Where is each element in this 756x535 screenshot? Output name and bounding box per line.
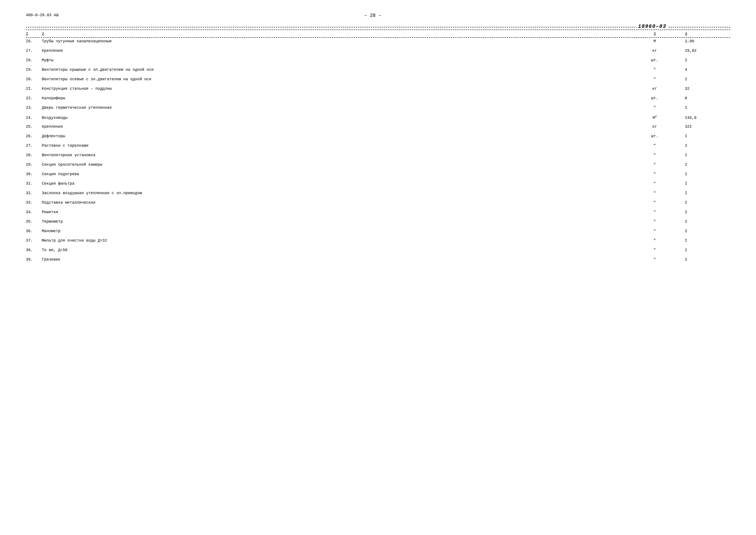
row-number: 30.: [26, 172, 41, 176]
row-quantity: I: [676, 248, 730, 252]
row-description: Термометр: [41, 219, 633, 224]
row-number: I6.: [26, 39, 41, 43]
row-number: 35.: [26, 219, 41, 224]
row-number: 26.: [26, 134, 41, 138]
table-row: 37. Фильтр для очистки воды Д=32 " I: [26, 237, 730, 246]
row-number: 28.: [26, 153, 41, 157]
row-quantity: I: [676, 172, 730, 176]
row-number: 37.: [26, 239, 41, 243]
row-description: Манометр: [41, 229, 633, 233]
row-description: Дефлекторы: [41, 134, 633, 138]
table-body: I6. Трубы чугунные канализационные М 2,0…: [26, 38, 730, 266]
table-row: 29. Секция оросительной камеры " I: [26, 161, 730, 171]
table-row: 39. Грязевик " 2: [26, 256, 730, 266]
row-quantity: 2: [676, 58, 730, 62]
row-number: 32.: [26, 191, 41, 195]
row-number: I7.: [26, 48, 41, 53]
row-unit: ": [633, 239, 676, 243]
row-description: Заслонка воздушная утепленная с эл.приво…: [41, 191, 633, 195]
table-row: 27. Растяжки с тарелками " 2: [26, 142, 730, 152]
row-quantity: 29,82: [676, 48, 730, 53]
table-row: 36. Манометр " 2: [26, 228, 730, 237]
row-unit: ": [633, 105, 676, 110]
table-row: 38. То же, Д=50 " I: [26, 246, 730, 256]
row-quantity: I: [676, 105, 730, 110]
row-unit: ": [633, 68, 676, 72]
row-quantity: 4: [676, 68, 730, 72]
row-quantity: 2: [676, 229, 730, 233]
row-unit: ": [633, 210, 676, 214]
row-description: Воздуховоды: [41, 116, 633, 120]
row-number: 27.: [26, 143, 41, 148]
row-quantity: 2: [676, 143, 730, 148]
table-row: I9. Вентиляторы крышные с эл.двигателем …: [26, 66, 730, 76]
row-unit: шт.: [633, 134, 676, 138]
row-quantity: I: [676, 239, 730, 243]
row-number: 3I.: [26, 182, 41, 186]
row-number: 29.: [26, 162, 41, 167]
col-header-3: 3: [633, 32, 676, 36]
table-row: 35. Термометр " 2: [26, 218, 730, 228]
row-description: Трубы чугунные канализационные: [41, 39, 633, 43]
row-quantity: 32I: [676, 125, 730, 129]
row-unit: М2: [633, 115, 676, 120]
row-unit: ": [633, 182, 676, 186]
row-number: 20.: [26, 77, 41, 81]
row-unit: ": [633, 172, 676, 176]
row-description: То же, Д=50: [41, 248, 633, 252]
stamp-label: 18960–03: [637, 23, 668, 29]
table-row: 20. Вентиляторы осевые с эл.двигателем н…: [26, 76, 730, 85]
table-row: I7. Крепления кг 29,82: [26, 47, 730, 57]
row-quantity: I: [676, 134, 730, 138]
table-row: 33. Подставка металлическая " I: [26, 199, 730, 209]
row-unit: шт.: [633, 58, 676, 62]
row-description: Подставка металлическая: [41, 200, 633, 205]
row-unit: кг: [633, 125, 676, 129]
row-quantity: I: [676, 191, 730, 195]
row-quantity: 2,06: [676, 39, 730, 43]
row-unit: ": [633, 191, 676, 195]
row-unit: ": [633, 77, 676, 81]
row-description: Вентиляторы крышные с эл.двигателем на о…: [41, 68, 633, 72]
row-description: Фильтр для очистки воды Д=32: [41, 239, 633, 243]
table-row: 2I. Конструкция стальная – поддлны кг 32: [26, 85, 730, 95]
table-row: I8. Муфты шт. 2: [26, 57, 730, 66]
row-unit: кг: [633, 87, 676, 91]
row-unit: М: [633, 39, 676, 43]
col-header-2: 2: [41, 32, 633, 36]
table-row: I6. Трубы чугунные канализационные М 2,0…: [26, 38, 730, 47]
row-description: Калориферы: [41, 96, 633, 100]
row-quantity: I45,8: [676, 116, 730, 120]
table-row: 32. Заслонка воздушная утепленная с эл.п…: [26, 190, 730, 199]
row-description: Растяжки с тарелками: [41, 143, 633, 148]
row-number: 39.: [26, 257, 41, 262]
table-row: 34. Решетки " 2: [26, 209, 730, 218]
col-header-4: 4: [676, 32, 730, 36]
row-number: 24.: [26, 116, 41, 120]
row-description: Вентиляторная установка: [41, 153, 633, 157]
row-description: Крепления: [41, 48, 633, 53]
row-number: I8.: [26, 58, 41, 62]
doc-code: 400–0–20.83 АШ: [26, 13, 58, 17]
table-row: 23. Дверь герметическая утепленная " I: [26, 104, 730, 114]
row-number: 2I.: [26, 87, 41, 91]
table-row: 26. Дефлекторы шт. I: [26, 133, 730, 142]
table-row: 3I. Секция фильтра " I: [26, 180, 730, 190]
row-number: 38.: [26, 248, 41, 252]
row-unit: шт.: [633, 96, 676, 100]
main-table: 18960–03 I 2 3 4 I6. Трубы чугунные кана…: [26, 27, 730, 266]
row-quantity: 2: [676, 257, 730, 262]
table-row: 22. Калориферы шт. 6: [26, 95, 730, 104]
row-number: 36.: [26, 229, 41, 233]
row-unit: ": [633, 257, 676, 262]
row-description: Решетки: [41, 210, 633, 214]
row-number: 22.: [26, 96, 41, 100]
row-description: Дверь герметическая утепленная: [41, 105, 633, 110]
row-description: Грязевик: [41, 257, 633, 262]
row-quantity: 2: [676, 210, 730, 214]
page-number: – 28 –: [58, 13, 687, 18]
row-description: Крепления: [41, 125, 633, 129]
row-quantity: 6: [676, 96, 730, 100]
col-header-1: I: [26, 32, 41, 36]
table-row: 30. Секция подогрева " I: [26, 171, 730, 180]
